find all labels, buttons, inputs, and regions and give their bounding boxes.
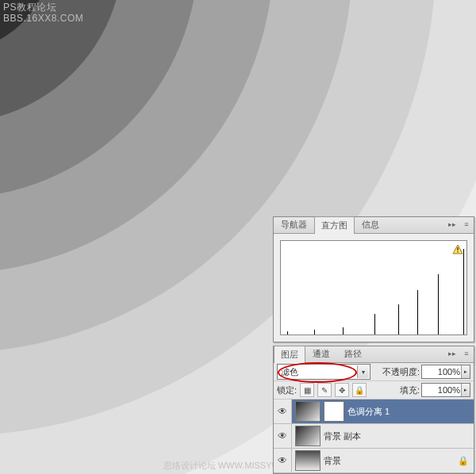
- histogram-bar: [343, 327, 344, 334]
- histogram-bar: [314, 330, 315, 334]
- layer-name[interactable]: 色调分离 1: [347, 406, 390, 418]
- tab-info[interactable]: 信息: [355, 216, 386, 233]
- lock-all-icon[interactable]: 🔒: [352, 383, 367, 397]
- chevron-right-icon: ▸: [461, 384, 470, 396]
- histogram-panel: 导航器 直方图 信息 ▸▸ ≡: [273, 216, 474, 342]
- chevron-right-icon: ▸: [461, 365, 470, 378]
- layers-tabbar: 图层 通道 路径 ▸▸ ≡: [274, 346, 474, 363]
- fill-input[interactable]: 100% ▸: [421, 383, 470, 397]
- lock-label: 锁定:: [277, 384, 297, 396]
- blend-mode-value: 滤色: [281, 366, 298, 378]
- layer-mask-thumbnail[interactable]: [324, 401, 344, 422]
- expand-icon[interactable]: ▸▸: [447, 219, 458, 230]
- opacity-input[interactable]: 100% ▸: [421, 365, 470, 379]
- layers-body: 滤色 ▾ 不透明度: 100% ▸ 锁定: ▦ ✎ ✥ 🔒: [274, 363, 474, 473]
- histogram-bar: [287, 331, 288, 334]
- histogram-bar: [374, 314, 375, 334]
- layer-name[interactable]: 背景 副本: [324, 430, 361, 442]
- layer-thumbnail[interactable]: [295, 401, 321, 422]
- histogram-bar: [417, 290, 418, 334]
- layers-panel: 图层 通道 路径 ▸▸ ≡ 滤色 ▾ 不透明度: 100% ▸: [273, 346, 474, 474]
- lock-fill-row: 锁定: ▦ ✎ ✥ 🔒 填充: 100% ▸: [274, 381, 474, 399]
- histogram-body: [274, 234, 474, 342]
- layer-row[interactable]: 👁背景🔒: [274, 449, 474, 473]
- blend-mode-select[interactable]: 滤色 ▾: [277, 364, 370, 380]
- layer-name[interactable]: 背景: [324, 455, 341, 467]
- watermark-line1: PS教程论坛: [3, 2, 83, 13]
- lock-transparent-icon[interactable]: ▦: [300, 383, 314, 397]
- expand-icon[interactable]: ▸▸: [447, 348, 458, 359]
- tab-layers[interactable]: 图层: [274, 346, 305, 363]
- layer-row[interactable]: 👁色调分离 1: [274, 399, 474, 424]
- tab-histogram[interactable]: 直方图: [314, 216, 355, 234]
- tab-channels[interactable]: 通道: [305, 345, 337, 362]
- fill-label: 填充:: [400, 384, 420, 396]
- visibility-icon[interactable]: 👁: [274, 399, 292, 423]
- tab-paths[interactable]: 路径: [337, 345, 369, 362]
- chevron-down-icon: ▾: [357, 365, 369, 378]
- layer-list: 👁色调分离 1👁背景 副本👁背景🔒: [274, 399, 474, 473]
- histogram-bar: [438, 274, 439, 334]
- histogram-bar: [398, 304, 399, 334]
- lock-position-icon[interactable]: ✥: [335, 383, 349, 397]
- panels-container: 导航器 直方图 信息 ▸▸ ≡ 图层 通道 路径 ▸▸ ≡: [273, 216, 474, 474]
- histogram-tabbar: 导航器 直方图 信息 ▸▸ ≡: [274, 217, 474, 234]
- visibility-icon[interactable]: 👁: [274, 424, 292, 448]
- histogram-chart: [280, 240, 467, 335]
- histogram-bar: [463, 249, 464, 334]
- menu-icon[interactable]: ≡: [461, 219, 472, 230]
- layer-row[interactable]: 👁背景 副本: [274, 424, 474, 449]
- fill-value: 100%: [438, 385, 460, 395]
- layer-thumbnail[interactable]: [295, 426, 321, 446]
- lock-pixels-icon[interactable]: ✎: [317, 383, 332, 397]
- tab-navigator[interactable]: 导航器: [274, 216, 314, 233]
- lock-icon: 🔒: [458, 456, 469, 466]
- watermark-line2: BBS.16XX8.COM: [3, 13, 83, 24]
- layer-thumbnail[interactable]: [295, 450, 321, 471]
- menu-icon[interactable]: ≡: [461, 348, 472, 359]
- watermark-top: PS教程论坛 BBS.16XX8.COM: [3, 2, 83, 24]
- visibility-icon[interactable]: 👁: [274, 449, 292, 472]
- opacity-label: 不透明度:: [382, 366, 420, 378]
- blend-opacity-row: 滤色 ▾ 不透明度: 100% ▸: [274, 363, 474, 381]
- opacity-value: 100%: [438, 367, 460, 377]
